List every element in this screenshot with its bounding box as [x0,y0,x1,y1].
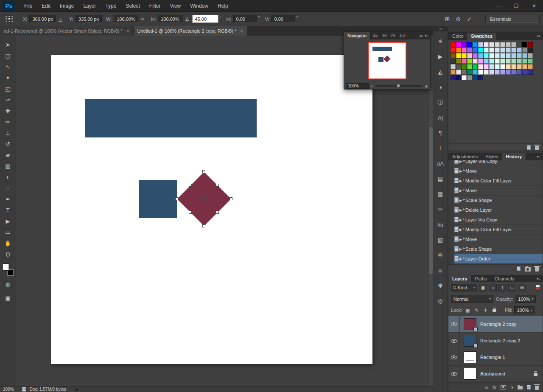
color-swatch[interactable] [517,53,522,58]
background-color-swatch[interactable] [7,269,14,276]
color-swatch[interactable] [528,48,533,53]
filter-type-layers-icon[interactable]: T [498,284,507,291]
delete-state-icon[interactable] [535,267,539,272]
rectangle-tool[interactable]: ▭ [2,227,14,238]
color-swatch[interactable] [489,59,494,64]
adjustments-panel-icon[interactable]: ◑ [434,82,447,92]
color-swatch[interactable] [528,64,533,69]
color-swatch[interactable] [462,75,467,80]
history-brush-source-box[interactable] [448,176,454,186]
restore-button[interactable]: ❐ [507,0,525,12]
color-swatch[interactable] [467,42,472,47]
kuler-panel-icon[interactable]: ku [434,219,447,230]
brush-presets-panel-icon[interactable]: ✾ [434,280,447,291]
history-state-row[interactable]: Modify Color Fill Layer [448,225,543,235]
menu-item[interactable]: Select [121,0,144,12]
layer-name[interactable]: Rectangle 2 copy 2 [480,338,520,343]
workspace-switcher[interactable]: Essentials [485,15,540,23]
layer-name[interactable]: Rectangle 1 [480,355,505,360]
color-swatch[interactable] [506,70,511,75]
history-brush-source-box[interactable] [448,244,454,254]
panel-menu-icon[interactable]: ▾≡ [425,34,428,38]
transform-handle[interactable] [189,211,192,214]
history-brush-source-box[interactable] [448,166,454,176]
color-swatch[interactable] [456,42,461,47]
color-swatch[interactable] [473,48,478,53]
menu-item[interactable]: Layer [78,0,101,12]
color-swatch[interactable] [478,70,483,75]
color-swatch[interactable] [506,59,511,64]
color-swatch[interactable] [473,64,478,69]
transform-center-reticle[interactable] [201,196,207,202]
color-swatch[interactable] [511,70,516,75]
move-tool[interactable]: ➤ [2,39,14,50]
color-swatch[interactable] [467,48,472,53]
close-tab-icon[interactable]: × [240,28,243,34]
lock-position-icon[interactable]: ✛ [482,308,489,313]
history-brush-tool[interactable]: ↺ [2,138,14,149]
new-snapshot-icon[interactable] [525,267,531,272]
color-swatch[interactable] [451,75,456,80]
close-tab-icon[interactable]: × [126,28,129,34]
history-state-row[interactable]: Layer Order [448,254,543,264]
foreground-color-swatch[interactable] [3,264,9,270]
color-swatch[interactable] [511,59,516,64]
color-swatch[interactable] [500,53,505,58]
navigator-zoom-input[interactable]: 100% [346,83,369,89]
layer-row[interactable]: Background [448,366,543,382]
color-swatch[interactable] [495,59,500,64]
color-swatch[interactable] [478,75,483,80]
color-swatch[interactable] [473,42,478,47]
commit-transform-icon[interactable]: ✓ [467,16,472,22]
history-brush-source-box[interactable] [448,225,454,235]
navigator-sibling-tab[interactable]: Inf [397,32,407,39]
opacity-input[interactable]: 100% ▾ [515,295,536,303]
history-brush-source-box[interactable] [448,235,454,244]
color-swatch[interactable] [451,70,456,75]
styles-panel-icon[interactable]: ◭ [434,67,447,77]
color-swatch[interactable] [451,42,456,47]
transform-handle[interactable] [202,170,205,173]
tab-history[interactable]: History [502,153,526,160]
history-state-row[interactable]: Move [448,235,543,244]
history-state-row[interactable]: Layer Via Copy [448,160,543,166]
zoom-slider-track[interactable] [375,85,423,87]
color-swatch[interactable] [522,70,527,75]
cancel-transform-icon[interactable]: ⊘ [456,16,461,22]
minimize-button[interactable]: — [490,0,507,12]
color-swatch[interactable] [467,59,472,64]
transform-y-input[interactable]: 335.00 px [76,15,102,23]
layer-thumbnail[interactable] [464,318,476,330]
transform-x-input[interactable]: 360.00 px [29,15,56,23]
color-swatch[interactable] [462,59,467,64]
paragraph-styles-panel-icon[interactable]: ▤ [434,174,447,184]
color-swatch[interactable] [484,64,489,69]
color-swatch[interactable] [478,64,483,69]
color-swatch[interactable] [528,70,533,75]
color-swatch[interactable] [456,48,461,53]
rotation-angle-input[interactable]: 45.00 [192,15,218,23]
reference-point-locator[interactable] [5,15,14,22]
menu-item[interactable]: Edit [37,0,55,12]
close-button[interactable]: ✕ [525,0,543,12]
maintain-aspect-icon[interactable]: ∞ [141,16,145,22]
navigator-sibling-tab[interactable]: Ac [370,32,380,39]
color-swatch[interactable] [462,48,467,53]
properties-panel-icon[interactable]: ✳ [434,36,447,47]
history-brush-source-box[interactable] [448,254,454,264]
navigator-sibling-tab[interactable]: Pr [389,32,397,39]
transform-handle[interactable] [189,184,192,187]
status-popup-arrow[interactable]: ▶ [76,387,79,392]
color-swatch[interactable] [506,64,511,69]
new-group-icon[interactable] [518,386,523,389]
color-swatch[interactable] [500,59,505,64]
history-state-row[interactable]: Scale Shape [448,196,543,205]
layer-name[interactable]: Background [480,371,505,376]
color-swatch[interactable] [506,42,511,47]
color-swatch[interactable] [528,42,533,47]
rectangular-marquee-tool[interactable]: ▢ [2,50,14,61]
filter-pixel-layers-icon[interactable]: ▣ [479,284,487,291]
filter-kind-dropdown[interactable]: Kind ▾ [451,284,477,291]
actions-panel-icon[interactable]: ▶ [434,51,447,62]
color-swatch[interactable] [511,48,516,53]
